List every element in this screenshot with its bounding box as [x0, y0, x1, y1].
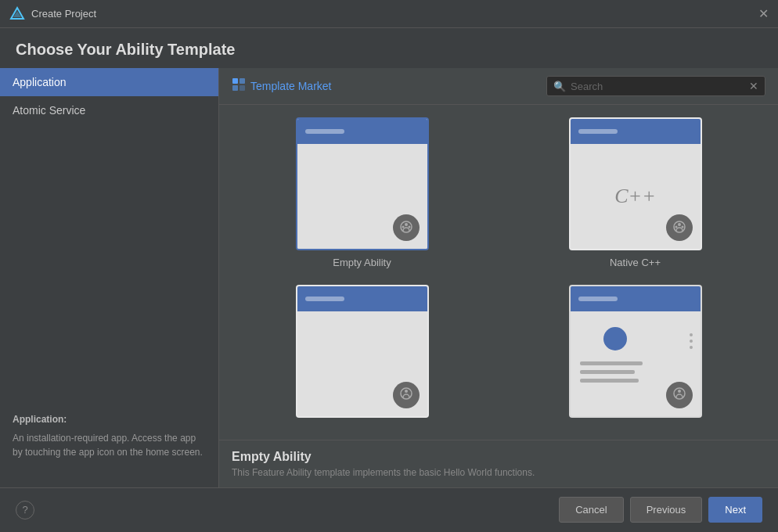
next-button[interactable]: Next	[708, 497, 762, 523]
svg-point-7	[405, 223, 408, 226]
cpp-text-icon: C++	[614, 185, 655, 208]
card-preview-3	[296, 285, 429, 418]
title-bar: Create Project ✕	[0, 0, 778, 28]
close-window-button[interactable]: ✕	[758, 8, 769, 20]
cancel-button[interactable]: Cancel	[559, 497, 623, 523]
card-label-empty-ability: Empty Ability	[333, 257, 391, 268]
card-preview-4	[569, 285, 702, 418]
badge-icon-3	[399, 386, 413, 403]
badge-icon-4	[672, 386, 686, 403]
svg-point-8	[402, 225, 404, 228]
title-bar-left: Create Project	[9, 6, 96, 22]
card-header-2	[571, 119, 701, 144]
search-clear-icon[interactable]: ✕	[749, 80, 758, 92]
template-market-icon	[232, 77, 246, 95]
template-market-label: Template Market	[250, 80, 331, 92]
selected-template-desc: This Feature Ability template implements…	[232, 467, 765, 478]
detail-line-1	[580, 361, 643, 365]
help-button[interactable]: ?	[16, 501, 34, 519]
detail-line-2	[580, 370, 635, 374]
svg-point-11	[678, 223, 681, 226]
badge-icon-1	[399, 220, 413, 236]
card-header-4	[571, 286, 701, 311]
sidebar-desc-title: Application:	[13, 412, 206, 426]
card-badge-2	[666, 214, 693, 241]
card-badge-4	[666, 382, 693, 408]
previous-button[interactable]: Previous	[630, 497, 703, 523]
template-card-empty-ability[interactable]: Empty Ability	[232, 117, 492, 272]
detail-dots	[690, 333, 693, 349]
svg-point-9	[408, 225, 410, 228]
content-area: Application Atomic Service Application: …	[0, 68, 778, 487]
card-label-native-cpp: Native C++	[610, 257, 661, 268]
card-badge-3	[393, 382, 420, 408]
svg-point-12	[675, 225, 677, 228]
sidebar-item-application[interactable]: Application	[0, 68, 218, 96]
svg-point-13	[681, 225, 683, 228]
svg-point-15	[405, 390, 408, 393]
template-card-3[interactable]	[232, 285, 492, 428]
title-bar-title: Create Project	[31, 8, 96, 20]
search-box: 🔍 ✕	[546, 76, 765, 96]
search-icon: 🔍	[553, 81, 566, 92]
badge-icon-2	[672, 220, 686, 236]
svg-rect-3	[240, 78, 245, 84]
page-title: Choose Your Ability Template	[0, 28, 778, 68]
card-header-1	[297, 119, 427, 144]
detail-line-3	[580, 379, 639, 383]
footer-buttons: Cancel Previous Next	[559, 497, 762, 523]
panel-header: Template Market 🔍 ✕	[219, 68, 778, 105]
templates-grid: Empty Ability C++	[219, 105, 778, 440]
template-card-native-cpp[interactable]: C++ Nativ	[505, 117, 765, 272]
sidebar-desc-text: An installation-required app. Access the…	[13, 431, 206, 459]
search-input[interactable]	[571, 81, 744, 92]
sidebar-item-atomic-service[interactable]: Atomic Service	[0, 96, 218, 124]
selected-description: Empty Ability This Feature Ability templ…	[219, 440, 778, 487]
svg-rect-4	[232, 85, 238, 91]
detail-circle	[603, 327, 627, 350]
svg-point-17	[678, 390, 681, 393]
footer: ? Cancel Previous Next	[0, 487, 778, 531]
sidebar: Application Atomic Service Application: …	[0, 68, 219, 487]
svg-rect-2	[232, 78, 238, 84]
template-market-link[interactable]: Template Market	[232, 77, 331, 95]
right-panel: Template Market 🔍 ✕	[219, 68, 778, 487]
template-card-4[interactable]	[505, 285, 765, 428]
card-preview-native-cpp: C++	[569, 117, 702, 250]
card-preview-empty-ability	[296, 117, 429, 250]
sidebar-description: Application: An installation-required ap…	[0, 400, 218, 472]
card-badge-1	[393, 214, 420, 241]
app-logo-icon	[9, 6, 25, 22]
selected-template-title: Empty Ability	[232, 450, 765, 464]
svg-rect-5	[240, 85, 245, 91]
card-header-3	[297, 286, 427, 311]
